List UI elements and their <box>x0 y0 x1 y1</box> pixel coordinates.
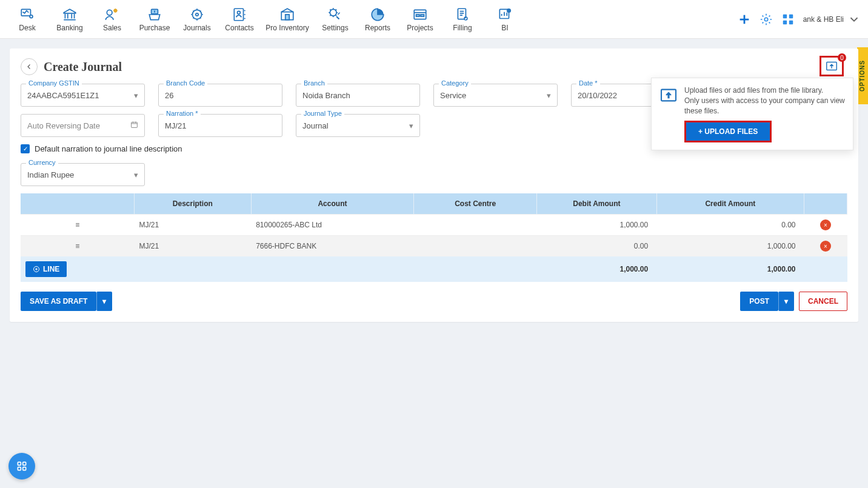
svg-rect-22 <box>789 14 792 18</box>
svg-rect-13 <box>416 15 419 16</box>
filling-icon <box>455 7 470 22</box>
chevron-down-icon: ▾ <box>547 91 551 100</box>
narration-input[interactable]: Narration * MJ/21 <box>158 114 282 137</box>
svg-point-8 <box>238 11 241 14</box>
gear-icon[interactable] <box>760 13 773 26</box>
field-label: Branch Code <box>164 79 207 87</box>
chevron-down-icon: ▾ <box>134 170 138 179</box>
nav-desk[interactable]: Desk <box>7 7 47 32</box>
nav-sales[interactable]: Sales <box>92 7 132 32</box>
bank-icon <box>62 7 78 22</box>
nav-banking[interactable]: Banking <box>50 7 90 32</box>
add-line-button[interactable]: LINE <box>25 261 67 277</box>
sales-icon <box>104 7 120 22</box>
svg-rect-21 <box>783 14 786 18</box>
chevron-down-icon: ▾ <box>409 121 413 130</box>
cell-debit[interactable]: 0.00 <box>537 236 657 257</box>
field-label: Branch <box>301 79 327 87</box>
journal-form-card: 0 Upload files or add files from the fil… <box>10 48 858 322</box>
svg-rect-23 <box>783 20 786 24</box>
field-value: Service <box>440 91 547 100</box>
nav-reports[interactable]: Reports <box>358 7 398 32</box>
field-label: Company GSTIN <box>26 79 82 87</box>
field-value: Indian Rupee <box>27 170 134 179</box>
form-footer: SAVE AS DRAFT ▾ POST ▾ CANCEL <box>21 292 847 311</box>
upload-popover: Upload files or add files from the file … <box>651 78 853 150</box>
journal-type-select[interactable]: Journal Type Journal ▾ <box>296 114 420 137</box>
checkbox-checked-icon: ✓ <box>21 144 30 153</box>
cell-account[interactable]: 810000265-ABC Ltd <box>251 215 414 236</box>
currency-select[interactable]: Currency Indian Rupee ▾ <box>21 163 145 186</box>
field-label: Narration * <box>164 110 201 117</box>
svg-point-3 <box>114 9 116 12</box>
chevron-left-icon <box>25 63 33 70</box>
nav-contacts[interactable]: Contacts <box>219 7 259 32</box>
field-value: Noida Branch <box>302 91 413 100</box>
cell-cost-centre[interactable] <box>414 236 537 257</box>
drag-handle[interactable]: ≡ <box>21 215 135 236</box>
svg-rect-27 <box>132 122 138 128</box>
nav-label: Settings <box>322 24 348 32</box>
nav-settings[interactable]: Settings <box>315 7 355 32</box>
drag-handle[interactable]: ≡ <box>21 236 135 257</box>
field-label: Journal Type <box>301 110 344 117</box>
chevron-down-icon <box>847 13 861 26</box>
branch-code-input[interactable]: Branch Code 26 <box>158 84 282 107</box>
total-debit: 1,000.00 <box>537 256 657 282</box>
post-button[interactable]: POST <box>740 292 778 311</box>
cell-description[interactable]: MJ/21 <box>135 236 252 257</box>
svg-point-19 <box>508 10 509 11</box>
col-debit: Debit Amount <box>537 193 657 215</box>
field-value: Journal <box>302 121 409 130</box>
delete-row-button[interactable]: × <box>820 241 831 252</box>
plus-icon[interactable] <box>738 13 751 26</box>
table-row: ≡ MJ/21 7666-HDFC BANK 0.00 1,000.00 × <box>21 236 847 257</box>
field-value: MJ/21 <box>165 121 276 130</box>
nav-label: Desk <box>19 24 35 32</box>
cancel-button[interactable]: CANCEL <box>799 292 847 311</box>
nav-label: Reports <box>365 24 390 32</box>
svg-point-2 <box>107 10 112 15</box>
cell-debit[interactable]: 1,000.00 <box>537 215 657 236</box>
account-menu[interactable]: ank & HB Eli <box>803 13 861 26</box>
cell-account[interactable]: 7666-HDFC BANK <box>251 236 414 257</box>
journal-lines-table: Description Account Cost Centre Debit Am… <box>21 193 847 282</box>
apps-icon[interactable] <box>781 13 795 26</box>
col-description: Description <box>135 193 252 215</box>
save-draft-split-button[interactable]: ▾ <box>96 292 112 311</box>
back-button[interactable] <box>21 58 38 75</box>
col-actions <box>804 193 847 215</box>
cell-description[interactable]: MJ/21 <box>135 215 252 236</box>
company-gstin-select[interactable]: Company GSTIN 24AABCA5951E1Z1 ▾ <box>21 84 145 107</box>
col-account: Account <box>251 193 414 215</box>
desk-icon <box>19 7 35 22</box>
calendar-icon <box>130 121 138 130</box>
nav-purchase[interactable]: Purchase <box>135 7 175 32</box>
account-text: ank & HB Eli <box>803 15 844 24</box>
field-placeholder: Auto Reversing Date <box>27 121 130 130</box>
settings-icon <box>327 7 343 22</box>
category-select[interactable]: Category Service ▾ <box>433 84 558 107</box>
col-handle <box>21 193 135 215</box>
inventory-icon <box>279 7 295 22</box>
delete-row-button[interactable]: × <box>820 219 831 230</box>
cell-cost-centre[interactable] <box>414 215 537 236</box>
upload-files-button[interactable]: + UPLOAD FILES <box>686 122 770 141</box>
nav-filling[interactable]: Filling <box>442 7 482 32</box>
attachments-button[interactable]: 0 <box>820 56 844 76</box>
nav-label: Purchase <box>139 24 170 32</box>
nav-projects[interactable]: Projects <box>400 7 440 32</box>
nav-bi[interactable]: BI <box>485 7 525 32</box>
cell-credit[interactable]: 0.00 <box>656 215 804 236</box>
cell-credit[interactable]: 1,000.00 <box>656 236 804 257</box>
save-draft-button[interactable]: SAVE AS DRAFT <box>21 292 96 311</box>
nav-label: Contacts <box>225 24 253 32</box>
chevron-down-icon: ▾ <box>134 91 138 100</box>
nav-journals[interactable]: Journals <box>177 7 217 32</box>
post-split-button[interactable]: ▾ <box>778 292 794 311</box>
nav-pro-inventory[interactable]: Pro Inventory <box>262 7 313 32</box>
svg-rect-24 <box>789 20 792 24</box>
field-value: 24AABCA5951E1Z1 <box>27 91 134 100</box>
branch-input[interactable]: Branch Noida Branch <box>296 84 420 107</box>
auto-reversing-date-input[interactable]: Auto Reversing Date <box>21 114 145 137</box>
